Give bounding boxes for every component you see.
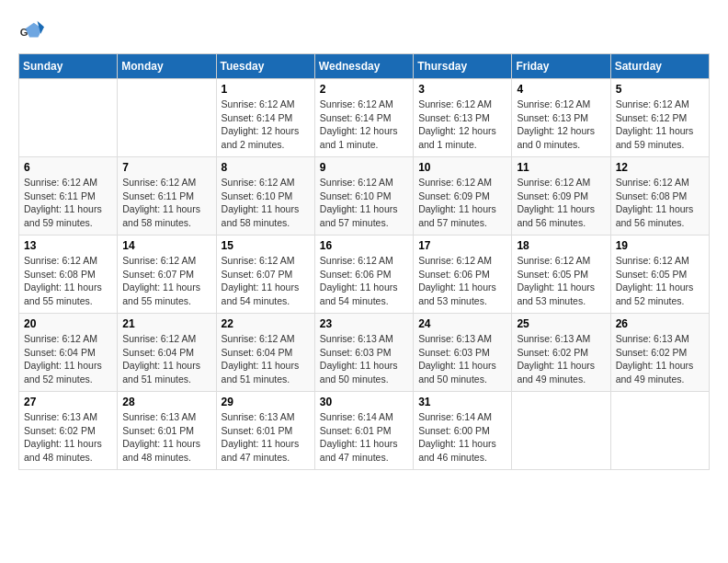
day-number: 3	[418, 83, 506, 96]
day-number: 12	[616, 161, 704, 174]
calendar-cell: 16Sunrise: 6:12 AM Sunset: 6:06 PM Dayli…	[314, 236, 413, 314]
calendar-cell: 29Sunrise: 6:13 AM Sunset: 6:01 PM Dayli…	[216, 392, 314, 470]
day-number: 14	[122, 239, 210, 252]
day-info: Sunrise: 6:13 AM Sunset: 6:02 PM Dayligh…	[24, 410, 112, 465]
calendar-cell: 2Sunrise: 6:12 AM Sunset: 6:14 PM Daylig…	[314, 79, 413, 157]
calendar-cell: 20Sunrise: 6:12 AM Sunset: 6:04 PM Dayli…	[19, 314, 118, 392]
calendar-cell	[118, 79, 216, 157]
day-info: Sunrise: 6:12 AM Sunset: 6:05 PM Dayligh…	[517, 254, 605, 308]
calendar-cell: 18Sunrise: 6:12 AM Sunset: 6:05 PM Dayli…	[512, 236, 610, 314]
day-info: Sunrise: 6:14 AM Sunset: 6:00 PM Dayligh…	[418, 410, 506, 465]
day-number: 24	[418, 317, 506, 330]
day-header-friday: Friday	[512, 54, 610, 79]
day-info: Sunrise: 6:12 AM Sunset: 6:06 PM Dayligh…	[418, 254, 506, 308]
calendar-cell: 15Sunrise: 6:12 AM Sunset: 6:07 PM Dayli…	[216, 236, 314, 314]
day-header-monday: Monday	[118, 54, 216, 79]
day-info: Sunrise: 6:12 AM Sunset: 6:12 PM Dayligh…	[616, 98, 704, 152]
day-info: Sunrise: 6:12 AM Sunset: 6:08 PM Dayligh…	[24, 254, 112, 308]
logo: G	[18, 18, 48, 44]
day-header-saturday: Saturday	[610, 54, 709, 79]
calendar-cell: 5Sunrise: 6:12 AM Sunset: 6:12 PM Daylig…	[610, 79, 709, 157]
day-header-sunday: Sunday	[19, 54, 118, 79]
calendar-cell: 27Sunrise: 6:13 AM Sunset: 6:02 PM Dayli…	[19, 392, 118, 470]
calendar-cell	[512, 392, 610, 470]
calendar-cell: 8Sunrise: 6:12 AM Sunset: 6:10 PM Daylig…	[216, 157, 314, 236]
day-number: 22	[222, 317, 310, 330]
calendar-cell	[610, 392, 709, 470]
day-info: Sunrise: 6:13 AM Sunset: 6:02 PM Dayligh…	[616, 332, 704, 386]
day-info: Sunrise: 6:12 AM Sunset: 6:08 PM Dayligh…	[616, 176, 704, 230]
calendar-cell: 4Sunrise: 6:12 AM Sunset: 6:13 PM Daylig…	[512, 79, 610, 157]
day-info: Sunrise: 6:12 AM Sunset: 6:13 PM Dayligh…	[418, 98, 506, 152]
page-header: G	[18, 18, 710, 44]
day-info: Sunrise: 6:13 AM Sunset: 6:01 PM Dayligh…	[222, 410, 310, 465]
day-header-thursday: Thursday	[414, 54, 512, 79]
calendar-cell: 6Sunrise: 6:12 AM Sunset: 6:11 PM Daylig…	[19, 157, 118, 236]
calendar-cell: 9Sunrise: 6:12 AM Sunset: 6:10 PM Daylig…	[314, 157, 413, 236]
day-number: 7	[122, 161, 210, 174]
day-number: 27	[24, 396, 112, 408]
day-header-wednesday: Wednesday	[314, 54, 413, 79]
day-info: Sunrise: 6:12 AM Sunset: 6:14 PM Dayligh…	[222, 98, 310, 152]
day-number: 2	[320, 83, 408, 96]
day-info: Sunrise: 6:13 AM Sunset: 6:01 PM Dayligh…	[122, 410, 210, 465]
day-info: Sunrise: 6:13 AM Sunset: 6:02 PM Dayligh…	[517, 332, 605, 386]
day-number: 1	[222, 83, 310, 96]
day-info: Sunrise: 6:12 AM Sunset: 6:04 PM Dayligh…	[24, 332, 112, 386]
day-info: Sunrise: 6:12 AM Sunset: 6:10 PM Dayligh…	[320, 176, 408, 230]
calendar-cell: 19Sunrise: 6:12 AM Sunset: 6:05 PM Dayli…	[610, 236, 709, 314]
day-number: 10	[418, 161, 506, 174]
calendar-table: SundayMondayTuesdayWednesdayThursdayFrid…	[18, 53, 710, 470]
calendar-cell: 30Sunrise: 6:14 AM Sunset: 6:01 PM Dayli…	[314, 392, 413, 470]
day-info: Sunrise: 6:12 AM Sunset: 6:11 PM Dayligh…	[24, 176, 112, 230]
day-info: Sunrise: 6:12 AM Sunset: 6:06 PM Dayligh…	[320, 254, 408, 308]
calendar-cell	[19, 79, 118, 157]
day-number: 13	[24, 239, 112, 252]
day-number: 20	[24, 317, 112, 330]
day-info: Sunrise: 6:12 AM Sunset: 6:04 PM Dayligh…	[122, 332, 210, 386]
day-number: 28	[122, 396, 210, 408]
day-info: Sunrise: 6:12 AM Sunset: 6:09 PM Dayligh…	[517, 176, 605, 230]
day-number: 17	[418, 239, 506, 252]
calendar-cell: 25Sunrise: 6:13 AM Sunset: 6:02 PM Dayli…	[512, 314, 610, 392]
calendar-cell: 7Sunrise: 6:12 AM Sunset: 6:11 PM Daylig…	[118, 157, 216, 236]
day-number: 21	[122, 317, 210, 330]
day-info: Sunrise: 6:12 AM Sunset: 6:07 PM Dayligh…	[122, 254, 210, 308]
day-info: Sunrise: 6:13 AM Sunset: 6:03 PM Dayligh…	[320, 332, 408, 386]
day-header-tuesday: Tuesday	[216, 54, 314, 79]
day-number: 25	[517, 317, 605, 330]
day-number: 6	[24, 161, 112, 174]
day-info: Sunrise: 6:12 AM Sunset: 6:10 PM Dayligh…	[222, 176, 310, 230]
calendar-cell: 13Sunrise: 6:12 AM Sunset: 6:08 PM Dayli…	[19, 236, 118, 314]
day-number: 4	[517, 83, 605, 96]
day-info: Sunrise: 6:12 AM Sunset: 6:11 PM Dayligh…	[122, 176, 210, 230]
day-number: 31	[418, 396, 506, 408]
day-number: 29	[222, 396, 310, 408]
day-info: Sunrise: 6:13 AM Sunset: 6:03 PM Dayligh…	[418, 332, 506, 386]
day-number: 23	[320, 317, 408, 330]
calendar-cell: 26Sunrise: 6:13 AM Sunset: 6:02 PM Dayli…	[610, 314, 709, 392]
calendar-cell: 28Sunrise: 6:13 AM Sunset: 6:01 PM Dayli…	[118, 392, 216, 470]
calendar-cell: 3Sunrise: 6:12 AM Sunset: 6:13 PM Daylig…	[414, 79, 512, 157]
day-number: 8	[222, 161, 310, 174]
day-number: 19	[616, 239, 704, 252]
calendar-cell: 17Sunrise: 6:12 AM Sunset: 6:06 PM Dayli…	[414, 236, 512, 314]
day-info: Sunrise: 6:12 AM Sunset: 6:05 PM Dayligh…	[616, 254, 704, 308]
day-number: 15	[222, 239, 310, 252]
calendar-cell: 11Sunrise: 6:12 AM Sunset: 6:09 PM Dayli…	[512, 157, 610, 236]
day-info: Sunrise: 6:12 AM Sunset: 6:14 PM Dayligh…	[320, 98, 408, 152]
calendar-cell: 22Sunrise: 6:12 AM Sunset: 6:04 PM Dayli…	[216, 314, 314, 392]
calendar-cell: 12Sunrise: 6:12 AM Sunset: 6:08 PM Dayli…	[610, 157, 709, 236]
day-number: 11	[517, 161, 605, 174]
calendar-cell: 21Sunrise: 6:12 AM Sunset: 6:04 PM Dayli…	[118, 314, 216, 392]
calendar-cell: 14Sunrise: 6:12 AM Sunset: 6:07 PM Dayli…	[118, 236, 216, 314]
logo-icon: G	[18, 18, 44, 44]
day-number: 16	[320, 239, 408, 252]
day-number: 9	[320, 161, 408, 174]
calendar-cell: 10Sunrise: 6:12 AM Sunset: 6:09 PM Dayli…	[414, 157, 512, 236]
calendar-cell: 23Sunrise: 6:13 AM Sunset: 6:03 PM Dayli…	[314, 314, 413, 392]
calendar-cell: 1Sunrise: 6:12 AM Sunset: 6:14 PM Daylig…	[216, 79, 314, 157]
day-info: Sunrise: 6:12 AM Sunset: 6:13 PM Dayligh…	[517, 98, 605, 152]
day-info: Sunrise: 6:12 AM Sunset: 6:04 PM Dayligh…	[222, 332, 310, 386]
day-number: 30	[320, 396, 408, 408]
